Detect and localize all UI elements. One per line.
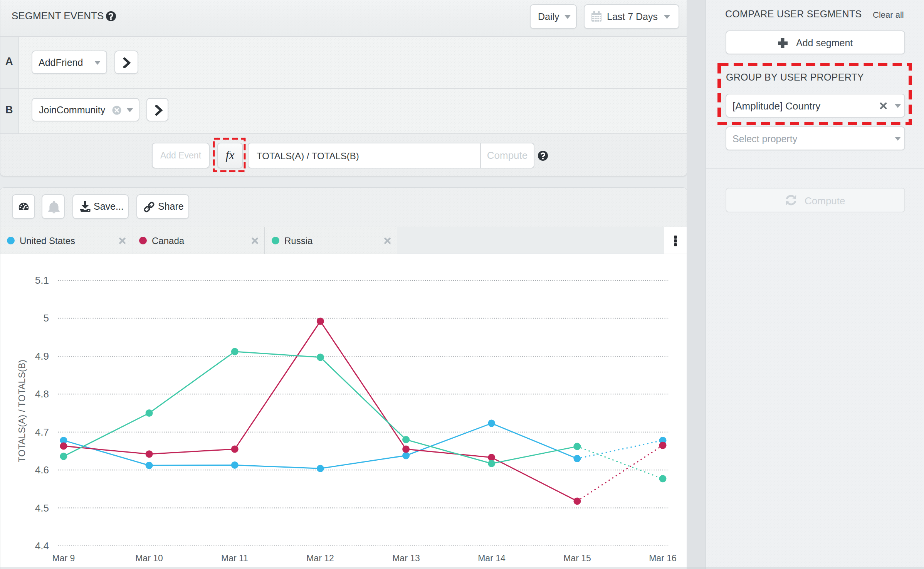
svg-text:4.9: 4.9 [35,350,49,362]
svg-text:Mar 12: Mar 12 [306,553,334,563]
svg-text:4.7: 4.7 [35,426,49,438]
svg-text:Mar 14: Mar 14 [478,553,506,563]
svg-text:Mar 15: Mar 15 [563,553,591,563]
svg-text:Mar 9: Mar 9 [52,553,75,563]
svg-text:Mar 16: Mar 16 [649,553,677,563]
svg-text:Mar 11: Mar 11 [221,553,248,563]
svg-text:5.1: 5.1 [35,274,49,286]
svg-text:4.5: 4.5 [35,502,49,514]
svg-text:4.8: 4.8 [35,388,49,400]
svg-text:4.4: 4.4 [35,540,49,552]
svg-text:Mar 13: Mar 13 [392,553,420,563]
svg-text:Mar 10: Mar 10 [135,553,163,563]
svg-text:5: 5 [44,312,49,324]
svg-text:4.6: 4.6 [35,464,49,476]
svg-text:TOTALS(A) / TOTALS(B): TOTALS(A) / TOTALS(B) [17,360,27,462]
